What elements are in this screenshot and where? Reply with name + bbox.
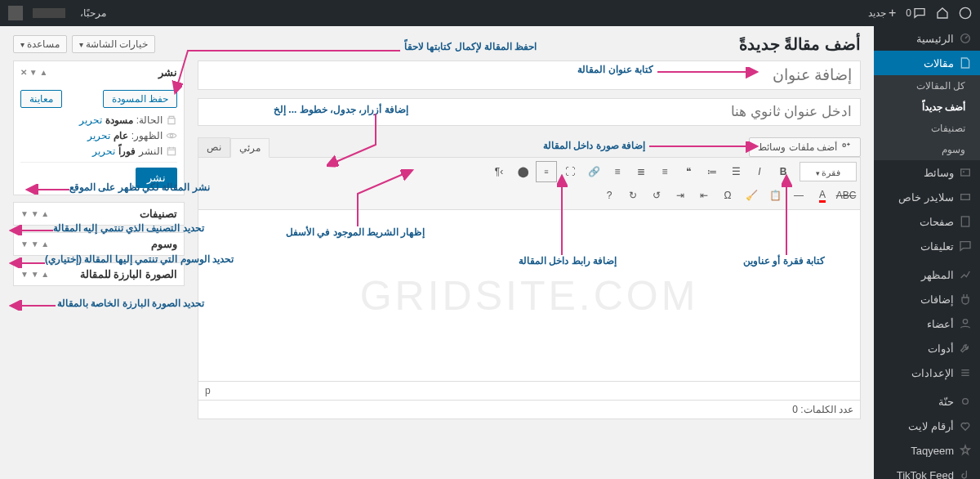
main-content: أضف مقالةً جديدةً خيارات الشاشة مساعدة أ… [0, 26, 874, 479]
tags-box: وسوم ▲ ▼ ▼ [13, 232, 185, 256]
preview-button[interactable]: معاينة [20, 90, 62, 108]
svg-rect-13 [167, 148, 175, 155]
tool-readmore-icon[interactable]: ≡ [536, 161, 557, 182]
editor-toolbar: ¶‹ ⬤ ≡ ⛶ 🔗 ≡ ≣ ≡ ❝ ≔ ☰ [198, 157, 861, 210]
categories-box-header[interactable]: تصنيفات ▲ ▼ ▼ [14, 203, 184, 225]
tool-strike-icon[interactable]: ABC [835, 185, 857, 206]
tool-help-icon[interactable]: ? [599, 185, 620, 206]
publish-button[interactable]: نشر [136, 168, 177, 188]
svg-rect-7 [961, 369, 969, 370]
featured-image-box-header[interactable]: الصورة البارزة للمقالة ▲ ▼ ▼ [14, 263, 184, 285]
edit-schedule-link[interactable]: تحرير [92, 145, 115, 157]
sidebar-item-tiktok[interactable]: TikTok Feed [874, 463, 980, 479]
tool-redo-icon[interactable]: ↻ [622, 185, 644, 206]
greeting-text[interactable]: مرحبًا، [75, 7, 106, 19]
sidebar-item-pages[interactable]: صفحات [874, 209, 980, 234]
tags-box-header[interactable]: وسوم ▲ ▼ ▼ [14, 233, 184, 255]
edit-status-link[interactable]: تحرير [79, 114, 102, 126]
sidebar-item-media[interactable]: وسائط [874, 160, 980, 185]
sidebar-item-taqyeem[interactable]: Taqyeem [874, 438, 980, 463]
admin-top-bar: 0 + جديد مرحبًا، [0, 0, 980, 26]
tool-paste-icon[interactable]: 📋 [764, 185, 786, 206]
comment-count: 0 [906, 7, 911, 19]
sidebar-item-appearance[interactable]: المظهر [874, 262, 980, 287]
username-redacted [33, 8, 65, 18]
tool-clear-icon[interactable]: 🧹 [741, 185, 762, 206]
svg-point-10 [963, 399, 969, 405]
sidebar-item-label: مقالات [924, 57, 954, 69]
sidebar-item-users[interactable]: أعضاء [874, 311, 980, 336]
tab-text[interactable]: نص [198, 137, 230, 157]
avatar[interactable] [8, 6, 23, 20]
tool-textcolor-icon[interactable]: A [812, 185, 833, 206]
featured-image-box: الصورة البارزة للمقالة ▲ ▼ ▼ [13, 262, 185, 286]
page-title: أضف مقالةً جديدةً [739, 34, 861, 54]
svg-rect-5 [961, 217, 969, 226]
publish-box: نشر ▲ ▼ ✕ حفظ المسودة معاينة الحالة: [13, 60, 185, 195]
watermark: GRIDSITE.COM [360, 272, 699, 320]
tool-outdent-icon[interactable]: ⇤ [693, 185, 715, 206]
tool-link-icon[interactable]: 🔗 [583, 161, 604, 182]
categories-box: تصنيفات ▲ ▼ ▼ [13, 202, 185, 226]
save-draft-button[interactable]: حفظ المسودة [103, 90, 177, 108]
sidebar-sub-all-posts[interactable]: كل المقالات [874, 75, 980, 96]
help-button[interactable]: مساعدة [13, 35, 67, 53]
svg-point-6 [963, 320, 967, 324]
new-content-link[interactable]: + جديد [868, 6, 896, 20]
tool-fullscreen-icon[interactable]: ⛶ [559, 161, 581, 182]
sidebar-sub-add-new[interactable]: أضف جديداً [874, 96, 980, 118]
svg-rect-4 [961, 195, 970, 200]
admin-sidebar: الرئيسية مقالات كل المقالات أضف جديداً ت… [874, 26, 980, 479]
sidebar-item-arqam[interactable]: أرقام لايت [874, 414, 980, 438]
sidebar-item-plugins[interactable]: إضافات [874, 287, 980, 311]
sidebar-item-tools[interactable]: أدوات [874, 336, 980, 360]
post-subtitle-input[interactable] [198, 98, 861, 126]
post-title-input[interactable] [198, 60, 861, 90]
svg-point-3 [963, 171, 964, 172]
comments-icon[interactable]: 0 [906, 7, 926, 20]
word-count: عدد الكلمات: 0 [198, 401, 861, 419]
svg-point-0 [960, 7, 970, 18]
toolbar-toggle-icon[interactable]: ¶‹ [488, 161, 510, 182]
sidebar-item-slider[interactable]: سلايدر خاص [874, 185, 980, 209]
svg-rect-8 [961, 372, 969, 373]
tool-bold-icon[interactable]: B [773, 161, 794, 182]
tool-ol-icon[interactable]: ≔ [702, 161, 723, 182]
publish-box-header[interactable]: نشر ▲ ▼ ✕ [14, 61, 184, 83]
tool-align-center-icon[interactable]: ≣ [630, 161, 652, 182]
sidebar-item-comments[interactable]: تعليقات [874, 234, 980, 258]
tool-hr-icon[interactable]: ― [788, 185, 809, 206]
tool-align-right-icon[interactable]: ≡ [654, 161, 675, 182]
tool-italic-icon[interactable]: I [749, 161, 770, 182]
tab-visual[interactable]: مرئي [230, 138, 270, 158]
editor-path: p [198, 382, 861, 401]
tool-shortcode-icon[interactable]: ⬤ [512, 161, 533, 182]
tool-align-left-icon[interactable]: ≡ [607, 161, 628, 182]
home-icon[interactable] [936, 7, 949, 20]
svg-point-12 [170, 134, 173, 137]
tool-quote-icon[interactable]: ❝ [678, 161, 699, 182]
sidebar-item-settings[interactable]: الإعدادات [874, 360, 980, 385]
sidebar-item-label: الرئيسية [916, 33, 954, 45]
add-media-button[interactable]: أضف ملفات وسائط [749, 137, 861, 157]
box-toggle-icons[interactable]: ▲ ▼ ✕ [20, 68, 47, 77]
edit-visibility-link[interactable]: تحرير [87, 130, 110, 141]
wp-logo-icon[interactable] [959, 7, 972, 20]
sidebar-item-henna[interactable]: حنّة [874, 389, 980, 414]
tool-undo-icon[interactable]: ↺ [646, 185, 667, 206]
screen-options-button[interactable]: خيارات الشاشة [72, 35, 155, 53]
tool-ul-icon[interactable]: ☰ [725, 161, 746, 182]
sidebar-item-dashboard[interactable]: الرئيسية [874, 26, 980, 51]
format-select[interactable]: ▾ فقرة [800, 162, 857, 181]
sidebar-sub-tags[interactable]: وسوم [874, 139, 980, 160]
sidebar-item-posts[interactable]: مقالات [874, 51, 980, 75]
sidebar-sub-categories[interactable]: تصنيفات [874, 118, 980, 139]
editor-body[interactable]: GRIDSITE.COM [198, 210, 861, 382]
tool-indent-icon[interactable]: ⇥ [670, 185, 691, 206]
tool-charmap-icon[interactable]: Ω [717, 185, 738, 206]
svg-point-11 [843, 144, 846, 147]
svg-rect-2 [961, 169, 970, 176]
svg-rect-9 [961, 375, 969, 376]
